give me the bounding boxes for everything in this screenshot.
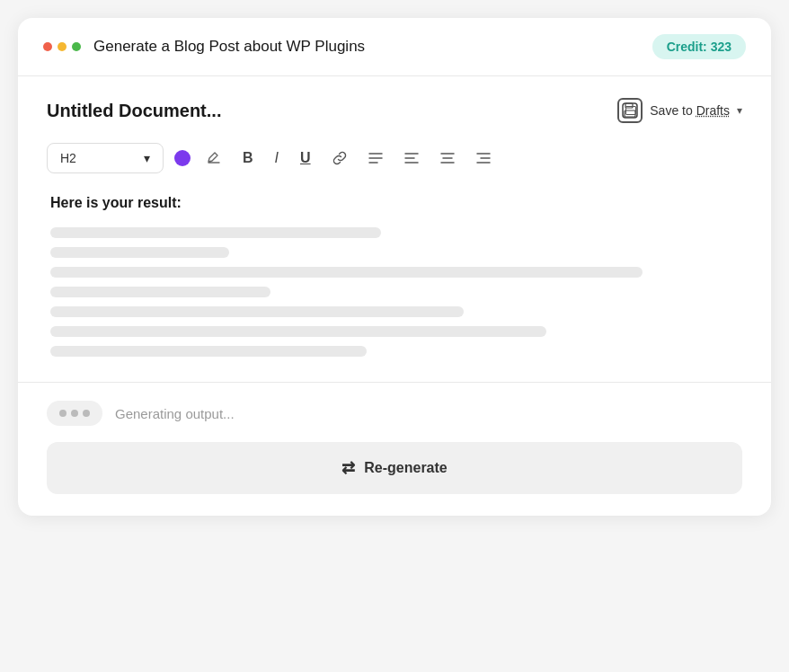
underline-button[interactable]: U — [295, 146, 316, 170]
header: Generate a Blog Post about WP Plugins Cr… — [18, 18, 771, 76]
content-label: Here is your result: — [50, 195, 739, 211]
skeleton-line — [50, 267, 643, 278]
generating-dots — [47, 401, 102, 426]
generating-row: Generating output... — [47, 401, 742, 426]
skeleton-line — [50, 227, 381, 238]
skeleton-line — [50, 306, 464, 317]
italic-button[interactable]: I — [270, 146, 284, 170]
content-area: Here is your result: — [47, 195, 742, 357]
gen-dot-1 — [59, 410, 66, 417]
bold-button[interactable]: B — [237, 146, 259, 170]
regenerate-label: Re-generate — [364, 460, 447, 476]
list-button[interactable] — [363, 148, 388, 168]
window-dots — [43, 42, 81, 51]
dot-green — [72, 42, 81, 51]
drafts-label: Drafts — [696, 103, 730, 118]
color-picker[interactable] — [174, 150, 191, 166]
dot-yellow — [58, 42, 66, 51]
document-title: Untitled Document... — [47, 101, 221, 121]
skeleton-line — [50, 326, 546, 337]
heading-chevron: ▾ — [144, 151, 150, 165]
link-button[interactable] — [327, 147, 352, 169]
doc-header: Untitled Document... Save to Drafts ▾ — [47, 98, 742, 123]
generating-text: Generating output... — [115, 406, 235, 421]
align-center-button[interactable] — [435, 148, 460, 168]
app-container: Generate a Blog Post about WP Plugins Cr… — [18, 18, 771, 516]
header-left: Generate a Blog Post about WP Plugins — [43, 38, 365, 56]
header-title: Generate a Blog Post about WP Plugins — [93, 38, 365, 56]
save-label: Save to Drafts — [650, 103, 730, 118]
dot-red — [43, 42, 52, 51]
skeleton-line — [50, 247, 229, 258]
heading-select[interactable]: H2 ▾ — [47, 143, 164, 173]
bottom-area: Generating output... ⇄ Re-generate — [18, 383, 771, 516]
skeleton-lines — [50, 227, 739, 357]
credit-badge: Credit: 323 — [652, 34, 746, 59]
regenerate-button[interactable]: ⇄ Re-generate — [47, 442, 742, 494]
gen-dot-3 — [83, 410, 90, 417]
regenerate-icon: ⇄ — [341, 458, 355, 478]
skeleton-line — [50, 346, 367, 357]
gen-dot-2 — [71, 410, 78, 417]
toolbar: H2 ▾ B I U — [47, 143, 742, 173]
heading-value: H2 — [60, 151, 76, 165]
highlighter-button[interactable] — [201, 147, 226, 169]
skeleton-line — [50, 287, 270, 297]
chevron-down-icon: ▾ — [737, 104, 742, 117]
save-drafts-button[interactable]: Save to Drafts ▾ — [617, 98, 742, 123]
document-area: Untitled Document... Save to Drafts ▾ H2… — [18, 76, 771, 383]
align-right-button[interactable] — [471, 148, 496, 168]
save-icon — [617, 98, 643, 123]
align-left-button[interactable] — [399, 148, 424, 168]
svg-rect-2 — [625, 111, 635, 117]
